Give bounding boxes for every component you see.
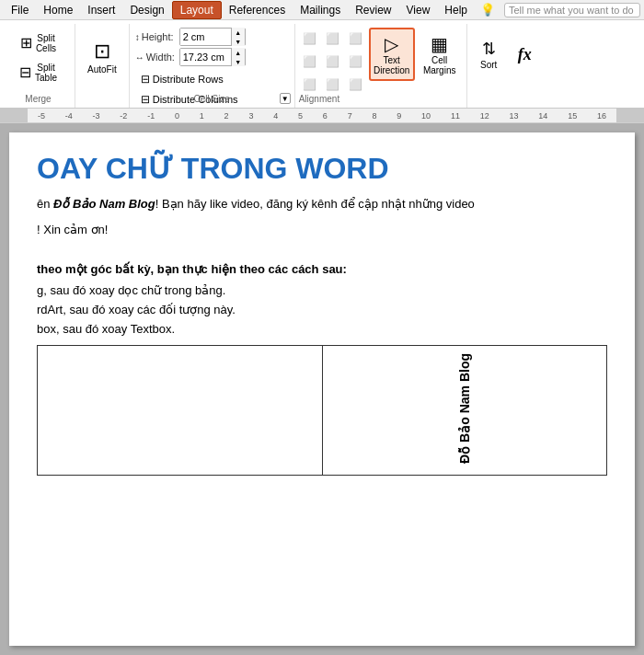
height-row: ↕ Height: ▲ ▼ bbox=[135, 28, 289, 46]
cell-size-group: ↕ Height: ▲ ▼ ↔ Width: ▲ ▼ bbox=[130, 24, 295, 108]
cell-margins-button[interactable]: ▦ CellMargins bbox=[417, 28, 463, 81]
menu-home[interactable]: Home bbox=[36, 2, 80, 18]
align-bot-center[interactable]: ⬜ bbox=[322, 74, 344, 96]
table-row: Đỗ Bảo Nam Blog bbox=[38, 346, 607, 476]
autofit-group-content: ⊡ AutoFit bbox=[81, 24, 123, 108]
menu-references[interactable]: References bbox=[222, 2, 293, 18]
split-table-icon: ⊟ bbox=[19, 63, 31, 81]
width-input[interactable] bbox=[180, 49, 231, 65]
height-down-arrow[interactable]: ▼ bbox=[232, 37, 245, 46]
document-page[interactable]: OAY CHỮ TRONG WORD ên Đỗ Bảo Nam Blog! B… bbox=[9, 132, 635, 646]
width-icon: ↔ bbox=[135, 52, 144, 63]
ruler-content: -5 -4 -3 -2 -1 0 1 2 3 4 5 6 7 8 9 10 11… bbox=[0, 109, 644, 123]
menu-help[interactable]: Help bbox=[437, 2, 475, 18]
width-label: ↔ Width: bbox=[135, 52, 179, 63]
height-input[interactable] bbox=[180, 29, 231, 45]
width-row: ↔ Width: ▲ ▼ bbox=[135, 48, 289, 66]
rotated-text: Đỗ Bảo Nam Blog bbox=[450, 346, 479, 471]
split-cells-button[interactable]: ⊞ SplitCells bbox=[16, 29, 62, 57]
list-item-2: rdArt, sau đó xoay các đối tượng này. bbox=[37, 303, 607, 316]
width-down-arrow[interactable]: ▼ bbox=[232, 57, 245, 66]
autofit-icon: ⊡ bbox=[94, 40, 110, 63]
align-bot-left[interactable]: ⬜ bbox=[299, 74, 321, 96]
menu-bar: File Home Insert Design Layout Reference… bbox=[0, 0, 644, 20]
split-table-label: SplitTable bbox=[35, 63, 57, 83]
distribute-rows-label: Distribute Rows bbox=[153, 74, 224, 85]
menu-layout[interactable]: Layout bbox=[172, 1, 222, 19]
split-table-button[interactable]: ⊟ SplitTable bbox=[15, 59, 62, 86]
align-top-right[interactable]: ⬜ bbox=[345, 28, 367, 50]
document-table: Đỗ Bảo Nam Blog bbox=[37, 345, 607, 476]
list-item-3: box, sau đó xoay Textbox. bbox=[37, 322, 607, 336]
sort-content: ⇅ Sort fx bbox=[473, 28, 541, 99]
blog-name: Đỗ Bảo Nam Blog bbox=[53, 197, 155, 211]
alignment-group-label: Alignment bbox=[299, 94, 339, 104]
menu-mailings[interactable]: Mailings bbox=[293, 2, 348, 18]
cell-margins-icon: ▦ bbox=[431, 33, 448, 55]
align-bot-right[interactable]: ⬜ bbox=[345, 74, 367, 96]
intro-paragraph2: ! Xin cảm ơn! bbox=[37, 221, 607, 239]
table-cell-rotated: Đỗ Bảo Nam Blog bbox=[322, 346, 607, 476]
cell-size-expand-button[interactable]: ▼ bbox=[280, 93, 291, 104]
autofit-label: AutoFit bbox=[87, 64, 117, 75]
ruler-numbers: -5 -4 -3 -2 -1 0 1 2 3 4 5 6 7 8 9 10 11… bbox=[0, 111, 644, 121]
align-mid-left[interactable]: ⬜ bbox=[299, 51, 321, 73]
sort-icon: ⇅ bbox=[482, 40, 496, 60]
menu-review[interactable]: Review bbox=[348, 2, 398, 18]
menu-view[interactable]: View bbox=[399, 2, 438, 18]
table-cell-empty-1 bbox=[38, 346, 323, 476]
align-top-center[interactable]: ⬜ bbox=[322, 28, 344, 50]
sort-button[interactable]: ⇅ Sort bbox=[473, 28, 505, 83]
align-mid-right[interactable]: ⬜ bbox=[345, 51, 367, 73]
menu-insert[interactable]: Insert bbox=[80, 2, 122, 18]
intro-paragraph: ên Đỗ Bảo Nam Blog! Bạn hãy like video, … bbox=[37, 195, 607, 213]
ribbon: ⊞ SplitCells ⊟ SplitTable Merge ⊡ AutoFi… bbox=[0, 20, 644, 109]
height-up-arrow[interactable]: ▲ bbox=[232, 28, 245, 37]
formula-button[interactable]: fx bbox=[509, 28, 541, 83]
text-direction-button[interactable]: ▷ TextDirection bbox=[369, 28, 415, 81]
text-direction-icon: ▷ bbox=[385, 33, 398, 55]
sort-label: Sort bbox=[480, 60, 497, 71]
width-spinner-arrows: ▲ ▼ bbox=[231, 48, 245, 66]
sort-group: ⇅ Sort fx bbox=[467, 24, 546, 108]
align-top-left[interactable]: ⬜ bbox=[299, 28, 321, 50]
cell-margins-label: CellMargins bbox=[423, 55, 456, 75]
width-up-arrow[interactable]: ▲ bbox=[232, 48, 245, 57]
height-spinner-arrows: ▲ ▼ bbox=[231, 28, 245, 46]
ruler: -5 -4 -3 -2 -1 0 1 2 3 4 5 6 7 8 9 10 11… bbox=[0, 109, 644, 123]
menu-design[interactable]: Design bbox=[122, 2, 171, 18]
autofit-button[interactable]: ⊡ AutoFit bbox=[81, 30, 123, 86]
section-heading: theo một góc bất kỳ, bạn thực hiện theo … bbox=[37, 262, 607, 276]
distribute-columns-icon: ⊟ bbox=[141, 93, 150, 106]
merge-group-label: Merge bbox=[25, 94, 51, 104]
merge-group: ⊞ SplitCells ⊟ SplitTable Merge bbox=[2, 24, 75, 108]
height-input-container: ▲ ▼ bbox=[179, 28, 246, 46]
split-cells-icon: ⊞ bbox=[20, 34, 32, 52]
autofit-group: ⊡ AutoFit bbox=[75, 24, 130, 108]
document-title: OAY CHỮ TRONG WORD bbox=[37, 151, 607, 186]
align-mid-center[interactable]: ⬜ bbox=[322, 51, 344, 73]
width-input-container: ▲ ▼ bbox=[179, 48, 246, 66]
height-icon: ↕ bbox=[135, 32, 140, 42]
distribute-rows-icon: ⊟ bbox=[141, 73, 150, 86]
menu-file[interactable]: File bbox=[4, 2, 36, 18]
lightbulb-icon: 💡 bbox=[480, 3, 495, 17]
formula-icon: fx bbox=[518, 45, 532, 65]
text-direction-label: TextDirection bbox=[374, 55, 409, 75]
split-cells-label: SplitCells bbox=[36, 33, 56, 53]
cell-size-label: Cell Size bbox=[193, 94, 229, 104]
distribute-rows-button[interactable]: ⊟ Distribute Rows bbox=[135, 70, 289, 88]
search-placeholder: Tell me what you want to do bbox=[509, 5, 634, 16]
document-area: OAY CHỮ TRONG WORD ên Đỗ Bảo Nam Blog! B… bbox=[0, 123, 644, 655]
alignment-group: ⬜ ⬜ ⬜ ⬜ ⬜ ⬜ ⬜ ⬜ ⬜ ▷ TextDirection ▦ Cell… bbox=[295, 24, 467, 108]
alignment-grid: ⬜ ⬜ ⬜ ⬜ ⬜ ⬜ ⬜ ⬜ ⬜ bbox=[299, 28, 367, 96]
list-item-1: g, sau đó xoay dọc chữ trong bảng. bbox=[37, 283, 607, 297]
height-label: ↕ Height: bbox=[135, 31, 179, 42]
search-bar[interactable]: Tell me what you want to do bbox=[504, 3, 640, 17]
